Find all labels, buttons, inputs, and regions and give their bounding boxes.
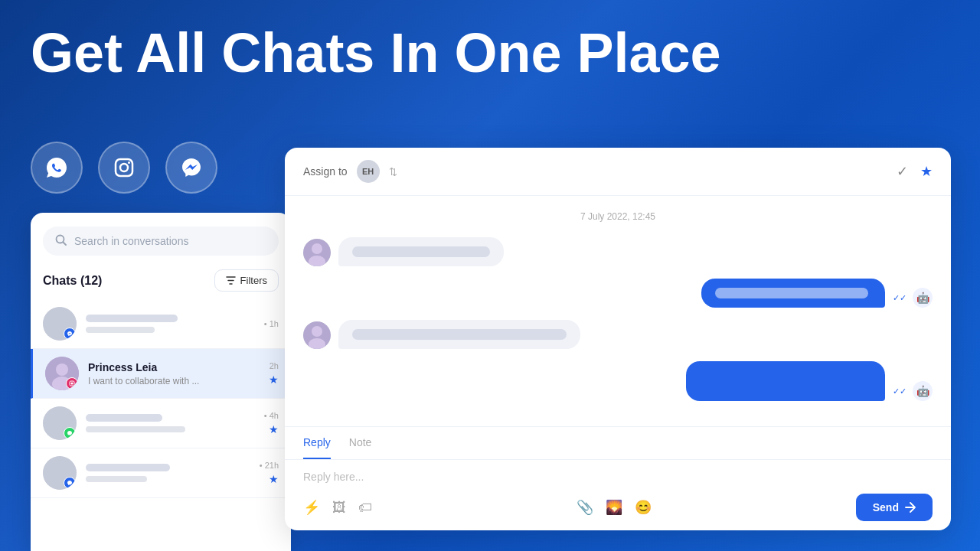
assignee-avatar: EH <box>357 160 380 183</box>
chat-meta: 2h ★ <box>269 361 279 386</box>
instagram-badge <box>66 377 78 390</box>
assign-label: Assign to <box>303 165 348 178</box>
header-actions: ✓ ★ <box>897 163 933 180</box>
chat-preview-placeholder <box>86 476 147 482</box>
chat-preview-placeholder <box>86 426 185 432</box>
whatsapp-badge <box>64 427 76 439</box>
star-icon: ★ <box>269 423 279 435</box>
chat-time: • 4h <box>264 411 279 420</box>
chat-item-content <box>86 414 255 432</box>
attachment-icon[interactable]: 📎 <box>577 499 593 516</box>
lightning-icon[interactable]: ⚡ <box>303 499 320 516</box>
chat-list: • 1h Princess Leia I want to collaborate… <box>31 299 291 498</box>
emoji-icon[interactable]: 😊 <box>635 499 652 516</box>
tag-icon[interactable]: 🏷 <box>358 500 372 516</box>
reply-area: Reply Note Reply here... ⚡ 🖼 🏷 📎 🌄 😊 Sen… <box>285 426 951 530</box>
messenger-badge <box>64 328 76 340</box>
svg-rect-0 <box>116 159 132 176</box>
star-icon[interactable]: ★ <box>920 163 933 180</box>
chat-sidebar: Search in conversations Chats (12) Filte… <box>31 213 291 551</box>
chats-header: Chats (12) Filters <box>31 263 291 299</box>
panel-header: Assign to EH ⇅ ✓ ★ <box>285 148 951 196</box>
bubble-content-placeholder <box>352 329 567 340</box>
msg-end-row-2: ✓✓ 🤖 <box>893 381 933 401</box>
reply-toolbar: ⚡ 🖼 🏷 📎 🌄 😊 Send <box>285 489 951 530</box>
chat-meta: • 1h <box>264 319 279 328</box>
avatar <box>43 406 77 440</box>
chat-list-item[interactable]: • 4h ★ <box>31 399 291 448</box>
outgoing-bubble-2 <box>686 361 885 401</box>
chat-list-item[interactable]: • 21h ★ <box>31 448 291 498</box>
chat-item-content <box>86 464 250 482</box>
chat-item-content: Princess Leia I want to collaborate with… <box>88 361 260 386</box>
svg-point-6 <box>56 364 68 376</box>
hero-title: Get All Chats In One Place <box>31 23 721 83</box>
incoming-bubble-2 <box>338 320 580 349</box>
chat-item-content <box>86 315 255 333</box>
chat-preview: I want to collaborate with ... <box>88 376 260 386</box>
msg-avatar-incoming <box>303 321 331 349</box>
chat-time: 2h <box>270 361 279 370</box>
filters-button[interactable]: Filters <box>214 269 279 292</box>
double-check-icon: ✓✓ <box>893 386 906 396</box>
chat-name-placeholder <box>86 464 170 471</box>
message-row-incoming <box>303 237 933 266</box>
check-icon[interactable]: ✓ <box>897 163 908 180</box>
princess-leia-avatar <box>45 357 79 390</box>
avatar <box>43 307 77 341</box>
chat-list-item[interactable]: • 1h <box>31 299 291 349</box>
chevron-updown-icon[interactable]: ⇅ <box>389 166 397 178</box>
chat-time: • 1h <box>264 319 279 328</box>
instagram-icon[interactable] <box>98 142 150 194</box>
chat-preview-placeholder <box>86 327 155 333</box>
messages-area: 7 July 2022, 12:45 ✓✓ 🤖 <box>285 196 951 426</box>
bubble-content-placeholder <box>715 288 868 298</box>
chat-name-placeholder <box>86 414 162 422</box>
reply-tab[interactable]: Reply <box>303 427 331 459</box>
photo-icon[interactable]: 🌄 <box>606 499 622 516</box>
double-check-icon: ✓✓ <box>893 293 906 303</box>
reply-input[interactable]: Reply here... <box>285 460 951 489</box>
star-icon: ★ <box>269 473 279 485</box>
star-icon: ★ <box>269 373 279 386</box>
outgoing-bubble <box>701 279 885 308</box>
bot-icon-2: 🤖 <box>913 381 933 401</box>
search-input[interactable]: Search in conversations <box>74 235 188 247</box>
svg-point-1 <box>120 164 128 171</box>
avatar <box>43 456 77 490</box>
message-row-outgoing: ✓✓ 🤖 <box>303 279 933 308</box>
svg-point-2 <box>128 161 130 164</box>
msg-end-row: ✓✓ 🤖 <box>893 288 933 308</box>
chat-name: Princess Leia <box>88 361 260 373</box>
chat-time: • 21h <box>260 461 279 470</box>
message-row-outgoing-2: ✓✓ 🤖 <box>303 361 933 401</box>
search-bar[interactable]: Search in conversations <box>43 227 279 256</box>
chats-count-label: Chats (12) <box>43 274 102 288</box>
messenger-icon[interactable] <box>165 142 217 194</box>
svg-line-4 <box>64 243 67 246</box>
svg-point-14 <box>312 326 322 337</box>
bot-icon: 🤖 <box>913 288 933 308</box>
chat-meta: • 4h ★ <box>264 411 279 435</box>
search-icon <box>55 234 67 248</box>
msg-avatar-incoming <box>303 239 331 266</box>
bubble-content-placeholder <box>352 246 490 257</box>
incoming-bubble <box>338 237 504 266</box>
chat-meta: • 21h ★ <box>260 461 279 485</box>
message-row-incoming-2 <box>303 320 933 349</box>
reply-tabs: Reply Note <box>285 427 951 460</box>
svg-point-9 <box>71 383 74 385</box>
messenger-badge <box>64 477 76 489</box>
chat-list-item-active[interactable]: Princess Leia I want to collaborate with… <box>31 349 291 399</box>
date-divider: 7 July 2022, 12:45 <box>303 211 933 222</box>
chat-panel: Assign to EH ⇅ ✓ ★ 7 July 2022, 12:45 ✓✓… <box>285 148 951 530</box>
whatsapp-icon[interactable] <box>31 142 83 194</box>
send-button[interactable]: Send <box>856 494 933 521</box>
image-icon[interactable]: 🖼 <box>332 500 346 516</box>
chat-name-placeholder <box>86 315 178 322</box>
svg-point-11 <box>312 243 322 254</box>
note-tab[interactable]: Note <box>349 427 372 459</box>
platform-icons-row <box>31 142 217 194</box>
